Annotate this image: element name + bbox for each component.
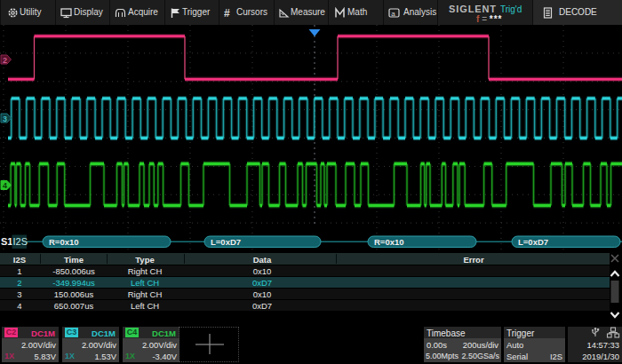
svg-text:I2S: I2S <box>13 236 28 247</box>
svg-text:2: 2 <box>3 56 7 65</box>
svg-text:L=0xD7: L=0xD7 <box>211 237 241 247</box>
svg-text:#: # <box>224 7 230 19</box>
svg-text:a: a <box>391 10 395 18</box>
svg-text:4: 4 <box>3 181 7 190</box>
svg-text:3: 3 <box>3 115 7 123</box>
svg-text:R=0x10: R=0x10 <box>49 237 79 247</box>
svg-text:R=0x10: R=0x10 <box>374 237 404 247</box>
svg-text:L=0xD7: L=0xD7 <box>518 237 548 247</box>
svg-text:S1: S1 <box>1 236 12 247</box>
